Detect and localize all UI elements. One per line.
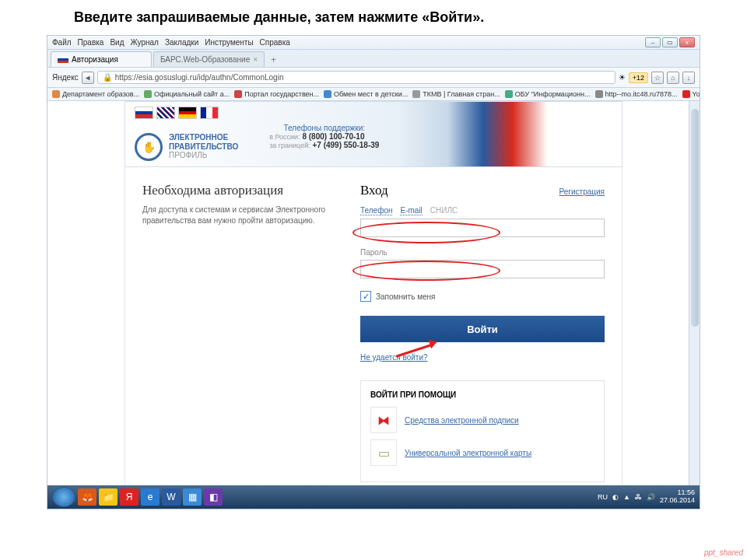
menu-view[interactable]: Вид <box>110 38 124 47</box>
lock-icon: 🔒 <box>103 73 112 82</box>
logo-icon: ✋ <box>135 133 163 161</box>
login-heading: Вход <box>360 183 388 198</box>
tab-label: БАРС.Web-Образование <box>160 55 250 64</box>
menu-history[interactable]: Журнал <box>130 38 159 47</box>
lang-en[interactable] <box>156 107 175 119</box>
bookmark-icon <box>505 90 513 98</box>
login-method-tabs: Телефон E-mail СНИЛС <box>360 206 605 215</box>
start-button[interactable] <box>52 487 75 507</box>
menu-help[interactable]: Справка <box>260 38 290 47</box>
lang-fr[interactable] <box>200 107 219 119</box>
favicon-ru-icon <box>58 56 68 63</box>
bookmark-icon <box>52 90 60 98</box>
back-button[interactable]: ◄ <box>82 72 94 84</box>
instruction-text: Введите запрашиваемые данные, затем нажм… <box>0 0 747 35</box>
bookmark-icon <box>324 90 331 98</box>
tab-active[interactable]: Авторизация <box>51 51 152 67</box>
bookmark-icon <box>234 90 242 98</box>
bookmark-item[interactable]: Обмен мест в детски... <box>324 90 408 98</box>
support-phones: Телефоны поддержки: в России: 8 (800) 10… <box>269 124 379 166</box>
helper-title: ВОЙТИ ПРИ ПОМОЩИ <box>370 390 594 399</box>
cant-login-link[interactable]: Не удается войти? <box>360 353 428 362</box>
site-logo: ✋ ЭЛЕКТРОННОЕ ПРАВИТЕЛЬСТВО ПРОФИЛЬ <box>135 127 238 166</box>
bookmark-icon <box>144 90 152 98</box>
minimize-button[interactable]: – <box>645 37 661 47</box>
taskbar-explorer-icon[interactable]: 📁 <box>99 488 117 506</box>
download-button[interactable]: ↓ <box>682 72 695 84</box>
taskbar-yandex-icon[interactable]: Я <box>120 488 139 506</box>
bookmarks-bar: Департамент образов... Официальный сайт … <box>47 88 700 101</box>
bookmark-item[interactable]: Портал государствен... <box>234 90 319 98</box>
bookmark-icon <box>412 90 420 98</box>
auth-description: Для доступа к системам и сервисам Электр… <box>142 205 345 226</box>
bookmark-icon <box>682 90 690 98</box>
tab-label: Авторизация <box>72 55 118 64</box>
tray-icon[interactable]: ◐ <box>612 493 619 501</box>
bookmark-item[interactable]: http--mo.itc48.ru7878... <box>595 90 678 98</box>
new-tab-button[interactable]: + <box>266 53 281 67</box>
watermark: ppt_shared <box>704 548 743 557</box>
menu-file[interactable]: Файл <box>52 38 72 47</box>
bookmark-item[interactable]: ОБУ "Информационн... <box>505 90 591 98</box>
lang-ru[interactable] <box>135 107 153 119</box>
maximize-button[interactable]: ▭ <box>662 37 678 47</box>
weather-icon: ☀ <box>619 73 626 82</box>
bookmark-item[interactable]: YouTube <box>682 90 700 98</box>
tab-inactive[interactable]: БАРС.Web-Образование × <box>153 51 265 67</box>
tray-network-icon[interactable]: 🖧 <box>635 493 642 501</box>
lang-de[interactable] <box>178 107 197 119</box>
tab-phone[interactable]: Телефон <box>360 206 392 215</box>
registration-link[interactable]: Регистрация <box>559 187 605 196</box>
tab-snils[interactable]: СНИЛС <box>430 206 458 215</box>
menu-bookmarks[interactable]: Закладки <box>165 38 198 47</box>
tray-date[interactable]: 27.06.2014 <box>660 497 695 505</box>
address-bar: Яндекс ◄ 🔒 https://esia.gosuslugi.ru/idp… <box>47 67 700 88</box>
language-switcher <box>135 107 219 119</box>
password-input[interactable] <box>360 260 605 278</box>
home-button[interactable]: ⌂ <box>667 72 679 84</box>
menu-edit[interactable]: Правка <box>78 38 104 47</box>
tab-strip: Авторизация БАРС.Web-Образование × + <box>47 50 700 67</box>
taskbar: 🦊 📁 Я e W ▦ ◧ RU ◐ ▲ 🖧 🔊 11:56 27.06.201… <box>47 485 700 509</box>
tab-close-icon[interactable]: × <box>253 55 258 64</box>
remember-checkbox[interactable]: ✓ <box>360 291 371 302</box>
electronic-signature-link[interactable]: Средства электронной подписи <box>405 416 519 425</box>
taskbar-app-icon[interactable]: ▦ <box>183 488 202 506</box>
bookmark-item[interactable]: Официальный сайт а... <box>144 90 230 98</box>
login-input[interactable] <box>360 219 605 237</box>
tray-volume-icon[interactable]: 🔊 <box>647 493 655 501</box>
url-field[interactable]: 🔒 https://esia.gosuslugi.ru/idp/authn/Co… <box>97 71 615 84</box>
site-header: ✋ ЭЛЕКТРОННОЕ ПРАВИТЕЛЬСТВО ПРОФИЛЬ Теле… <box>124 101 622 167</box>
page-content: ✋ ЭЛЕКТРОННОЕ ПРАВИТЕЛЬСТВО ПРОФИЛЬ Теле… <box>47 101 700 488</box>
auth-heading: Необходима авторизация <box>142 183 345 198</box>
browser-window: Файл Правка Вид Журнал Закладки Инструме… <box>47 35 700 509</box>
scrollbar[interactable] <box>689 101 700 488</box>
taskbar-word-icon[interactable]: W <box>162 488 181 506</box>
remember-label: Запомнить меня <box>376 292 436 301</box>
card-icon: ▭ <box>370 439 397 466</box>
bookmark-icon <box>595 90 603 98</box>
bookmark-item[interactable]: Департамент образов... <box>52 90 139 98</box>
scrollbar-thumb[interactable] <box>691 109 699 327</box>
menubar: Файл Правка Вид Журнал Закладки Инструме… <box>47 36 700 50</box>
search-provider-label: Яндекс <box>52 73 79 82</box>
tab-email[interactable]: E-mail <box>400 206 422 215</box>
bookmark-item[interactable]: ТКМВ | Главная стран... <box>412 90 500 98</box>
bookmark-star-icon[interactable]: ☆ <box>651 72 664 84</box>
login-helper-box: ВОЙТИ ПРИ ПОМОЩИ ⧓ Средства электронной … <box>360 380 605 482</box>
usb-token-icon: ⧓ <box>370 407 397 433</box>
taskbar-ie-icon[interactable]: e <box>141 488 160 506</box>
taskbar-firefox-icon[interactable]: 🦊 <box>78 488 96 506</box>
close-button[interactable]: x <box>679 37 695 47</box>
taskbar-app2-icon[interactable]: ◧ <box>204 488 223 506</box>
weather-temp: +12 <box>629 72 648 83</box>
tray-lang[interactable]: RU <box>598 493 608 501</box>
url-text: https://esia.gosuslugi.ru/idp/authn/Comm… <box>115 73 284 82</box>
menu-tools[interactable]: Инструменты <box>205 38 253 47</box>
password-label: Пароль <box>360 248 605 257</box>
login-button[interactable]: Войти <box>360 316 605 342</box>
tray-icon[interactable]: ▲ <box>623 493 630 501</box>
universal-card-link[interactable]: Универсальной электронной карты <box>405 449 531 457</box>
